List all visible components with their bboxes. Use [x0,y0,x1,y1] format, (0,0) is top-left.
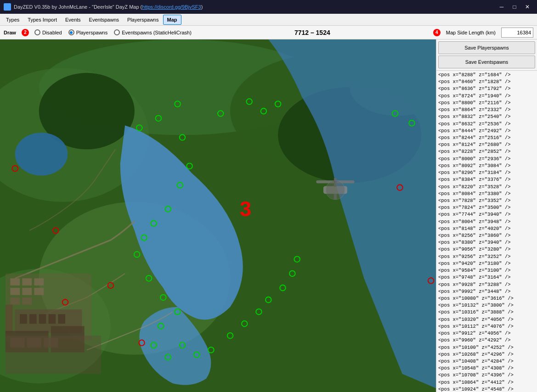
close-button[interactable]: ✕ [521,2,533,11]
draw-label: Draw [4,30,16,35]
svg-point-41 [218,111,223,116]
save-playerspawns-button[interactable]: Save Playerspawns [438,41,535,54]
save-eventspawns-button[interactable]: Save Eventspawns [438,56,535,68]
svg-point-74 [139,340,144,346]
svg-point-61 [266,297,271,302]
pos-list-item: <pos x="10924" z="4548" /> [438,386,535,392]
title-link[interactable]: https://discord.gg/9BjvSF3 [142,4,201,10]
pos-list-item: <pos x="10080" z="3616" /> [438,295,535,302]
maximize-button[interactable]: □ [509,2,520,11]
svg-rect-25 [58,314,65,324]
map-side-label: Map Side Length (km) [446,30,496,35]
positions-list-container: <pos x="8288" z="1684" /><pos x="8460" z… [436,71,537,392]
radio-eventspawns[interactable]: Eventspawns (StaticHeliCrash) [114,29,192,35]
svg-point-39 [156,115,161,121]
pos-list-item: <pos x="9584" z="3100" /> [438,267,535,274]
pos-list-item: <pos x="9056" z="3280" /> [438,246,535,253]
pos-list-item: <pos x="8636" z="1792" /> [438,85,535,92]
map-area[interactable]: 3 [0,39,436,392]
svg-point-3 [230,54,421,168]
svg-point-75 [397,185,402,190]
svg-point-63 [289,271,295,276]
svg-rect-32 [323,186,347,194]
pos-list-item: <pos x="8800" z="2116" /> [438,100,535,106]
menu-eventspawns[interactable]: Eventspawns [85,15,123,25]
svg-point-51 [175,309,180,314]
menu-bar: Types Types Import Events Eventspawns Pl… [0,14,537,26]
map-svg: 3 [0,39,436,392]
pos-list-item: <pos x="8092" z="3084" /> [438,162,535,169]
svg-point-45 [165,206,171,212]
svg-rect-33 [316,180,354,183]
radio-disabled[interactable]: Disabled [34,29,62,35]
menu-types-import[interactable]: Types Import [23,15,61,25]
svg-point-57 [208,347,214,353]
pos-list-item: <pos x="8832" z="2540" /> [438,113,535,120]
positions-list[interactable]: <pos x="8288" z="1684" /><pos x="8460" z… [436,71,537,392]
pos-list-item: <pos x="10132" z="3800" /> [438,302,535,309]
svg-point-67 [246,99,252,104]
map-canvas: 3 [0,39,436,392]
svg-point-1 [0,68,149,202]
svg-point-47 [141,235,147,241]
pos-list-item: <pos x="9256" z="3252" /> [438,253,535,260]
svg-rect-22 [29,314,37,324]
pos-list-item: <pos x="7824" z="3500" /> [438,204,535,211]
svg-point-43 [187,163,192,169]
svg-point-50 [160,295,166,300]
pos-list-item: <pos x="8864" z="2332" /> [438,106,535,113]
svg-rect-20 [15,309,82,333]
pos-list-item: <pos x="9748" z="3164" /> [438,274,535,281]
svg-rect-23 [39,314,46,324]
pos-list-item: <pos x="8124" z="2680" /> [438,141,535,148]
svg-rect-34 [334,178,337,187]
toolbar: Draw 2 Disabled Playerspawns Eventspawns… [0,26,537,39]
svg-point-5 [39,202,230,355]
map-side-input[interactable] [501,28,533,38]
svg-point-36 [326,180,345,200]
svg-point-48 [134,252,140,257]
svg-rect-19 [6,305,13,333]
pos-list-item: <pos x="9912" z="4056" /> [438,330,535,337]
svg-rect-16 [34,288,44,295]
menu-playerspawns[interactable]: Playerspawns [123,15,163,25]
svg-point-46 [151,220,156,226]
svg-point-54 [165,354,171,360]
pos-list-item: <pos x="8460" z="1828" /> [438,78,535,85]
svg-rect-21 [20,314,27,324]
pos-list-item: <pos x="8724" z="1940" /> [438,93,535,100]
pos-list-item: <pos x="10548" z="4308" /> [438,365,535,372]
svg-rect-18 [22,297,32,305]
svg-point-55 [180,342,185,348]
svg-point-62 [280,285,285,291]
pos-list-item: <pos x="10316" z="3888" /> [438,309,535,316]
pos-list-item: <pos x="8296" z="3184" /> [438,169,535,176]
menu-types[interactable]: Types [2,15,23,25]
step4-badge: 4 [433,29,441,36]
svg-rect-14 [10,288,20,295]
svg-point-65 [392,111,398,116]
pos-list-item: <pos x="9928" z="3288" /> [438,281,535,288]
svg-point-49 [146,275,152,281]
svg-rect-11 [10,278,20,286]
pos-list-item: <pos x="10408" z="4284" /> [438,358,535,365]
svg-point-71 [53,228,58,233]
svg-point-44 [177,182,183,188]
svg-point-58 [227,333,233,338]
pos-list-item: <pos x="10268" z="4296" /> [438,351,535,358]
menu-map[interactable]: Map [163,15,181,25]
svg-point-8 [350,59,436,116]
radio-disabled-circle [34,29,40,35]
pos-list-item: <pos x="8380" z="3940" /> [438,239,535,246]
svg-point-38 [175,101,180,106]
svg-point-66 [409,120,414,126]
svg-point-9 [15,133,68,176]
svg-text:3: 3 [240,197,251,221]
radio-playerspawns[interactable]: Playerspawns [68,29,107,35]
svg-rect-12 [22,278,32,286]
pos-list-item: <pos x="8288" z="1684" /> [438,72,535,78]
pos-list-item: <pos x="8384" z="3376" /> [438,176,535,183]
minimize-button[interactable]: ─ [496,2,508,11]
svg-point-4 [0,269,111,384]
menu-events[interactable]: Events [61,15,85,25]
